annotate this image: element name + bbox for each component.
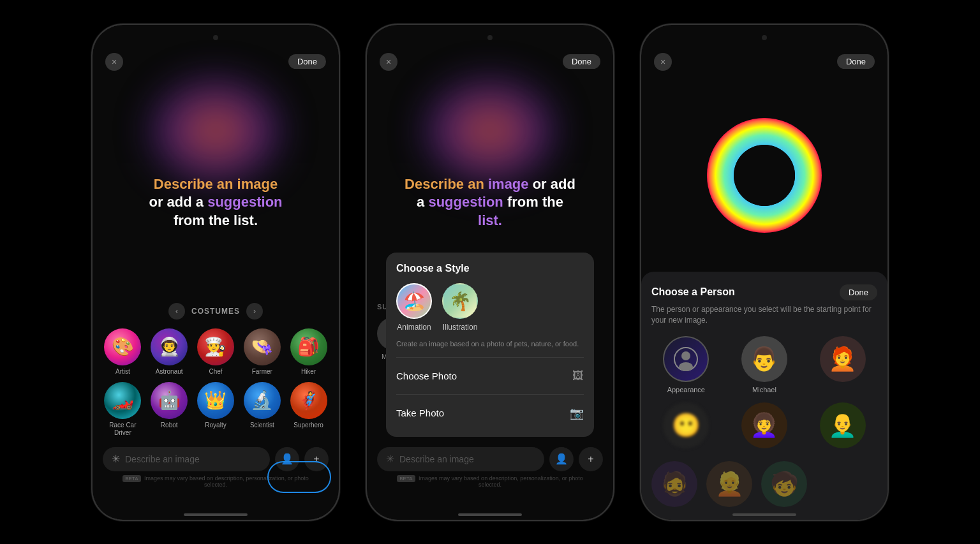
person-avatar-appearance bbox=[663, 336, 709, 382]
close-button-2[interactable]: × bbox=[380, 53, 397, 71]
person-3[interactable]: 🧑‍🦰 bbox=[808, 336, 877, 393]
svg-point-3 bbox=[734, 145, 795, 206]
phone-2: × Done Describe an image or add a sugges… bbox=[366, 24, 614, 521]
costume-avatar-racecar: 🏎️ bbox=[104, 382, 141, 419]
costume-astronaut[interactable]: 👨‍🚀 Astronaut bbox=[149, 328, 189, 376]
done-button-2[interactable]: Done bbox=[563, 54, 600, 69]
style-name-animation: Animation bbox=[397, 323, 431, 332]
home-indicator-3 bbox=[732, 513, 796, 516]
costume-racecar[interactable]: 🏎️ Race CarDriver bbox=[103, 382, 143, 437]
close-button-1[interactable]: × bbox=[105, 53, 123, 71]
phone-1: × Done Describe an image or add a sugges… bbox=[91, 24, 340, 521]
costume-scientist[interactable]: 🔬 Scientist bbox=[242, 382, 282, 437]
add-button-2[interactable]: + bbox=[579, 447, 603, 471]
person-appearance[interactable]: Appearance bbox=[651, 336, 721, 393]
choose-photo-label: Choose Photo bbox=[396, 371, 457, 381]
choose-photo-icon: 🖼 bbox=[572, 369, 584, 383]
camera-dot-3 bbox=[762, 35, 767, 40]
person-7[interactable]: 🧔 bbox=[651, 461, 697, 507]
person-button-2[interactable]: 👤 bbox=[549, 447, 574, 471]
costume-label-hiker: Hiker bbox=[301, 368, 316, 376]
style-desc: Create an image based on a photo of pets… bbox=[396, 339, 584, 349]
costume-avatar-astronaut: 👨‍🚀 bbox=[151, 328, 188, 365]
camera-dot-1 bbox=[213, 35, 218, 40]
section-title: COSTUMES bbox=[191, 307, 240, 316]
notch-3 bbox=[641, 25, 887, 50]
costume-avatar-robot: 🤖 bbox=[151, 382, 188, 419]
costume-avatar-superhero: 🦸 bbox=[290, 382, 327, 419]
person-6[interactable]: 👨‍🦲 bbox=[808, 402, 877, 452]
notch-2 bbox=[367, 25, 613, 50]
dropdown-title: Choose a Style bbox=[396, 263, 584, 274]
person-4[interactable]: 😶 bbox=[651, 402, 721, 452]
style-animation[interactable]: 🏖️ Animation bbox=[396, 283, 432, 332]
take-photo-action[interactable]: Take Photo 📷 bbox=[396, 400, 584, 427]
person-9[interactable]: 🧒 bbox=[761, 461, 807, 507]
describe-input-1[interactable]: ✳ Describe an image bbox=[103, 447, 270, 471]
costume-avatar-farmer: 👒 bbox=[244, 328, 281, 365]
take-photo-label: Take Photo bbox=[396, 408, 444, 418]
costume-label-superhero: Superhero bbox=[293, 422, 323, 429]
top-bar-2: × Done bbox=[367, 50, 613, 73]
costume-farmer[interactable]: 👒 Farmer bbox=[242, 328, 282, 376]
person-avatar-michael: 👨 bbox=[741, 336, 787, 382]
costume-robot[interactable]: 🤖 Robot bbox=[149, 382, 189, 437]
costume-artist[interactable]: 🎨 Artist bbox=[103, 328, 143, 376]
section-header: ‹ COSTUMES › bbox=[93, 303, 339, 320]
describe-input-2[interactable]: ✳ Describe an image bbox=[377, 447, 544, 471]
person-avatar-3: 🧑‍🦰 bbox=[820, 336, 866, 382]
person-8[interactable]: 👱 bbox=[706, 461, 752, 507]
glow-blob-1 bbox=[152, 80, 279, 182]
costume-superhero[interactable]: 🦸 Superhero bbox=[288, 382, 329, 437]
costume-label-royalty: Royalty bbox=[205, 422, 226, 429]
person-label-michael: Michael bbox=[752, 386, 776, 393]
costume-label-farmer: Farmer bbox=[252, 368, 272, 376]
rainbow-donut bbox=[701, 112, 828, 242]
done-button-1[interactable]: Done bbox=[288, 54, 326, 69]
notch-1 bbox=[93, 25, 339, 50]
panel-title: Choose a Person bbox=[651, 286, 735, 298]
main-prompt-1: Describe an image or add a suggestion fr… bbox=[105, 175, 326, 230]
style-illustration[interactable]: 🌴 Illustration bbox=[442, 283, 478, 332]
glow-area-3: Choose a Person Done The person or appea… bbox=[641, 73, 887, 520]
bottom-bar-2: ✳ Describe an image 👤 + BETA Images may … bbox=[367, 447, 613, 488]
costume-avatar-chef: 👨‍🍳 bbox=[197, 328, 234, 365]
done-button-3[interactable]: Done bbox=[837, 54, 875, 69]
close-button-3[interactable]: × bbox=[654, 53, 672, 71]
circle-highlight bbox=[267, 461, 331, 493]
input-row-2: ✳ Describe an image 👤 + bbox=[377, 447, 603, 471]
camera-dot-2 bbox=[487, 35, 493, 40]
next-btn[interactable]: › bbox=[246, 303, 263, 320]
person-5[interactable]: 👩‍🦱 bbox=[730, 402, 799, 452]
person-avatar-5: 👩‍🦱 bbox=[741, 402, 787, 448]
costume-label-racecar: Race CarDriver bbox=[109, 422, 136, 437]
costume-royalty[interactable]: 👑 Royalty bbox=[196, 382, 236, 437]
costume-avatar-royalty: 👑 bbox=[197, 382, 234, 419]
panel-subtitle: The person or appearance you select will… bbox=[651, 304, 877, 326]
person-michael[interactable]: 👨 Michael bbox=[730, 336, 799, 393]
costume-chef[interactable]: 👨‍🍳 Chef bbox=[196, 328, 236, 376]
choose-photo-action[interactable]: Choose Photo 🖼 bbox=[396, 363, 584, 389]
person-label-appearance: Appearance bbox=[667, 386, 705, 393]
costume-hiker[interactable]: 🎒 Hiker bbox=[288, 328, 329, 376]
svg-point-5 bbox=[681, 351, 690, 360]
costume-label-robot: Robot bbox=[161, 422, 178, 429]
person-avatar-7: 🧔 bbox=[651, 461, 697, 507]
beta-badge-2: BETA bbox=[397, 475, 415, 482]
style-icon-animation: 🏖️ bbox=[396, 283, 432, 319]
person-grid: Appearance 👨 Michael 🧑‍🦰 😶 bbox=[651, 336, 877, 452]
svg-point-6 bbox=[679, 362, 693, 371]
phone-3: × Done bbox=[640, 24, 889, 521]
costume-label-scientist: Scientist bbox=[250, 422, 274, 429]
person-avatar-4: 😶 bbox=[663, 402, 709, 448]
panel-done-button[interactable]: Done bbox=[840, 284, 877, 300]
costume-label-chef: Chef bbox=[209, 368, 222, 376]
beta-badge-1: BETA bbox=[122, 475, 140, 482]
glow-area-2: Describe an image or add a suggestion fr… bbox=[367, 73, 613, 520]
style-icon-illustration: 🌴 bbox=[442, 283, 478, 319]
top-bar-1: × Done bbox=[93, 50, 339, 73]
prev-btn[interactable]: ‹ bbox=[168, 303, 185, 320]
home-indicator-1 bbox=[184, 513, 248, 516]
glow-area-1: Describe an image or add a suggestion fr… bbox=[93, 73, 339, 520]
style-name-illustration: Illustration bbox=[443, 323, 478, 332]
